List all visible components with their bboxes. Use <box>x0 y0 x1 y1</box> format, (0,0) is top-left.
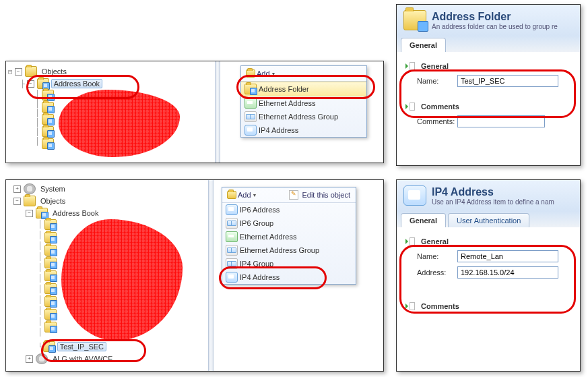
section-title: General <box>421 62 449 70</box>
tree-node-system[interactable]: + System <box>7 183 207 195</box>
section-arrow-icon <box>405 102 416 111</box>
name-label: Name: <box>417 252 457 260</box>
comments-label: Comments: <box>417 117 457 125</box>
address-folder-icon <box>44 270 57 281</box>
name-input[interactable] <box>457 75 558 87</box>
menu-item-label: Ethernet Address <box>259 99 315 107</box>
address-folder-icon <box>42 90 54 100</box>
address-folder-icon <box>44 283 57 294</box>
menu-item-ethernet-address-group[interactable]: Ethernet Address Group <box>222 243 356 257</box>
add-dropdown-button[interactable]: Add <box>257 69 270 78</box>
menu-item-label: Address Folder <box>259 85 309 93</box>
menu-item-ethernet-address-group[interactable]: Ethernet Address Group <box>241 110 366 123</box>
form-body: General Name: Comments Comments: <box>397 52 580 166</box>
address-folder-large-icon <box>403 10 426 30</box>
tab-strip: General User Authentication <box>397 211 580 227</box>
tab-general[interactable]: General <box>401 38 446 52</box>
address-folder-icon <box>44 219 57 230</box>
expand-icon[interactable]: + <box>13 185 21 193</box>
menu-item-address-folder[interactable]: Address Folder <box>241 82 366 96</box>
address-folder-icon <box>44 232 57 243</box>
group-icon <box>226 258 238 269</box>
field-name: Name: <box>417 75 572 87</box>
address-folder-icon <box>44 258 57 268</box>
add-context-menu: Add ▼ Edit this object IP6 Address IP6 G… <box>222 187 356 285</box>
gear-icon <box>24 183 36 194</box>
gear-icon <box>36 353 48 364</box>
section-general-header: General <box>405 237 572 246</box>
menu-header: Add ▼ Edit this object <box>222 187 356 203</box>
menu-item-label: Ethernet Address Group <box>259 113 338 121</box>
address-folder-icon <box>44 245 57 256</box>
section-arrow-icon <box>405 61 416 71</box>
edit-object-link[interactable]: Edit this object <box>302 191 350 199</box>
menu-item-ip4-address[interactable]: IP4 Address <box>222 270 356 284</box>
splitter[interactable] <box>208 180 214 371</box>
section-general-header: General <box>405 61 572 71</box>
address-book-icon <box>36 208 48 219</box>
section-title: Comments <box>421 103 459 111</box>
tree-node-alg[interactable]: + ALG with AV/WCF <box>7 353 207 365</box>
section-comments-header: Comments <box>405 102 572 111</box>
tree-label: ALG with AV/WCF <box>50 354 115 364</box>
chevron-down-icon[interactable]: ▼ <box>253 193 257 198</box>
tree-node-address-book[interactable]: ├ − Address Book <box>7 78 209 90</box>
address-folder-icon <box>44 322 57 332</box>
field-comments: Comments: <box>417 115 572 127</box>
address-folder-icon <box>43 341 55 352</box>
address-input[interactable] <box>457 266 558 279</box>
edit-icon <box>289 190 298 200</box>
tree-label: Test_IP_SEC <box>57 342 106 351</box>
name-input[interactable] <box>457 250 558 262</box>
tree-node-address-book[interactable]: − Address Book <box>7 207 207 219</box>
form-body: General Name: Address: Comments <box>397 227 580 372</box>
form-title: Address Folder <box>432 11 558 23</box>
menu-item-label: Ethernet Address <box>240 233 296 241</box>
tab-strip: General <box>397 36 580 52</box>
group-icon <box>244 111 257 122</box>
add-dropdown-button[interactable]: Add <box>238 191 251 199</box>
chevron-down-icon[interactable]: ▼ <box>271 71 276 76</box>
tab-general[interactable]: General <box>401 213 446 227</box>
tree-label: Address Book <box>51 79 102 88</box>
tree-label: System <box>38 184 68 194</box>
menu-item-ethernet-address[interactable]: Ethernet Address <box>241 96 366 110</box>
menu-item-ethernet-address[interactable]: Ethernet Address <box>222 230 356 243</box>
field-address: Address: <box>417 266 572 279</box>
menu-item-ip4-address[interactable]: IP4 Address <box>241 123 366 137</box>
name-label: Name: <box>417 77 457 85</box>
folder-icon <box>25 66 37 77</box>
tree-label: Address Book <box>50 208 101 218</box>
tree-node-objects[interactable]: − Objects <box>7 195 207 207</box>
comments-input[interactable] <box>457 115 545 127</box>
tab-user-authentication[interactable]: User Authentication <box>448 213 529 227</box>
field-name: Name: <box>417 250 572 262</box>
menu-item-label: IP4 Group <box>240 260 273 268</box>
menu-item-ip6-address[interactable]: IP6 Address <box>222 203 356 216</box>
group-icon <box>226 218 238 229</box>
menu-item-ip4-group[interactable]: IP4 Group <box>222 257 356 270</box>
menu-item-label: Ethernet Address Group <box>240 246 319 254</box>
collapse-icon[interactable]: − <box>26 210 33 217</box>
add-context-menu: Add ▼ Address Folder Ethernet Address Et… <box>240 65 367 138</box>
tree-node-test-ipsec[interactable]: └ Test_IP_SEC <box>7 341 207 353</box>
tree-node-objects[interactable]: ⊟ − Objects <box>7 65 209 78</box>
ethernet-icon <box>244 98 257 109</box>
tree-label: Objects <box>38 196 68 206</box>
address-label: Address: <box>417 268 457 277</box>
address-folder-icon <box>244 84 257 94</box>
collapse-icon[interactable]: − <box>13 198 21 205</box>
menu-item-ip6-group[interactable]: IP6 Group <box>222 216 356 230</box>
collapse-icon[interactable]: − <box>27 80 34 88</box>
group-icon <box>226 245 238 256</box>
add-icon <box>227 191 236 199</box>
address-folder-icon <box>42 138 54 149</box>
folder-icon <box>24 196 36 206</box>
splitter[interactable] <box>215 61 220 163</box>
expand-icon[interactable]: + <box>26 355 33 363</box>
section-arrow-icon <box>405 237 416 246</box>
collapse-icon[interactable]: − <box>15 68 22 76</box>
redaction-mark <box>59 90 180 157</box>
object-tree: + System − Objects − Address Book ││││││… <box>6 180 207 368</box>
section-comments-header: Comments <box>405 301 572 311</box>
